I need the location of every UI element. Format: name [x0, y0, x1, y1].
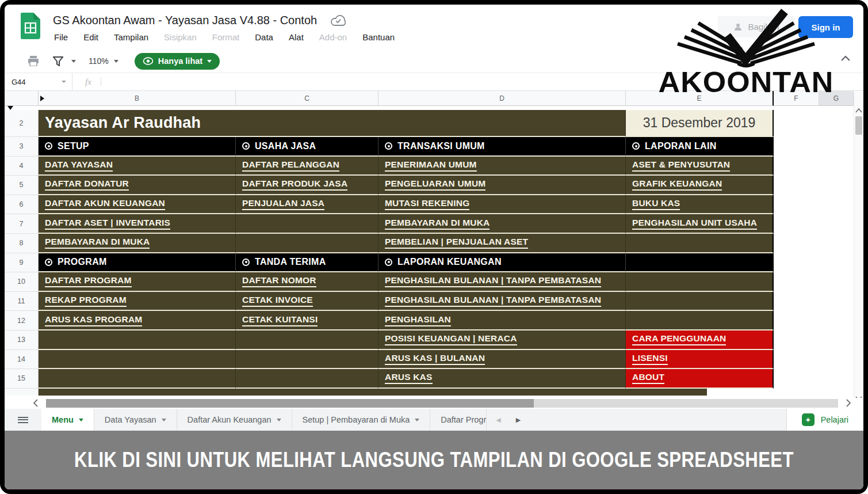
row-header-12[interactable]: 12	[5, 311, 39, 330]
nav-link-cell[interactable]: PENGHASILAN BULANAN | TANPA PEMBATASAN	[378, 292, 626, 311]
cell-link[interactable]: PENGHASILAN	[385, 314, 451, 326]
nav-link-cell[interactable]: PENGHASILAN BULANAN | TANPA PEMBATASAN	[378, 272, 626, 292]
cell-link[interactable]: DATA YAYASAN	[45, 159, 113, 172]
nav-link-cell[interactable]: PEMBAYARAN DI MUKA	[378, 214, 626, 234]
nav-link-cell[interactable]: MUTASI REKENING	[378, 195, 626, 215]
cell-link[interactable]: GRAFIK KEUANGAN	[632, 178, 722, 191]
scroll-right-icon[interactable]	[846, 399, 851, 407]
filter-icon[interactable]	[53, 56, 63, 66]
menu-alat[interactable]: Alat	[289, 32, 304, 42]
column-header-C[interactable]: C	[236, 91, 378, 106]
cell-link[interactable]: MUTASI REKENING	[385, 198, 469, 210]
view-mode-button[interactable]: Hanya lihat	[135, 53, 220, 70]
column-header-E[interactable]: E	[626, 91, 774, 106]
menu-data[interactable]: Data	[255, 32, 273, 42]
row-header-13[interactable]: 13	[5, 330, 39, 350]
cell-link[interactable]: DAFTAR PROGRAM	[45, 275, 132, 287]
all-sheets-button[interactable]	[5, 409, 41, 431]
nav-link-cell[interactable]: BUKU KAS	[626, 195, 774, 215]
cell-link[interactable]: DAFTAR PRODUK JASA	[242, 178, 347, 191]
nav-link-cell[interactable]: DATA YAYASAN	[39, 157, 236, 176]
menu-format[interactable]: Format	[212, 32, 240, 42]
nav-link-cell[interactable]: ABOUT	[626, 369, 774, 389]
nav-link-cell[interactable]: PEMBAYARAN DI MUKA	[39, 234, 236, 253]
cell-link[interactable]: ASET & PENYUSUTAN	[632, 159, 730, 172]
horizontal-scroll-thumb[interactable]	[46, 399, 534, 408]
nav-link-cell[interactable]: DAFTAR ASET | INVENTARIS	[39, 214, 236, 234]
tab-dropdown-icon[interactable]	[277, 419, 281, 421]
cell-link[interactable]: DAFTAR DONATUR	[45, 178, 129, 191]
row-header-7[interactable]: 7	[5, 214, 39, 234]
cell-link[interactable]: DAFTAR ASET | INVENTARIS	[45, 218, 170, 230]
nav-link-cell[interactable]: PEMBELIAN | PENJUALAN ASET	[378, 234, 626, 253]
nav-link-cell[interactable]: ARUS KAS PROGRAM	[39, 311, 236, 330]
tab-dropdown-icon[interactable]	[79, 419, 83, 421]
cell-link[interactable]: ARUS KAS PROGRAM	[45, 314, 142, 326]
nav-link-cell[interactable]: PENJUALAN JASA	[236, 195, 378, 215]
row-header-6[interactable]: 6	[5, 195, 39, 215]
cell-link[interactable]: PENGHASILAN BULANAN | TANPA PEMBATASAN	[385, 295, 601, 307]
row-group-collapse-icon[interactable]	[7, 106, 13, 110]
column-header-F[interactable]: F	[774, 91, 819, 106]
cell-link[interactable]: CETAK INVOICE	[242, 295, 313, 307]
menu-bantuan[interactable]: Bantuan	[362, 32, 395, 42]
tab-dropdown-icon[interactable]	[415, 419, 419, 421]
nav-link-cell[interactable]: ARUS KAS	[378, 369, 626, 389]
filter-dropdown-icon[interactable]	[71, 60, 76, 63]
nav-link-cell[interactable]: DAFTAR PROGRAM	[39, 272, 236, 292]
horizontal-scrollbar[interactable]	[5, 398, 863, 409]
collapse-toolbar-icon[interactable]	[840, 55, 851, 61]
cell-link[interactable]: PEMBELIAN | PENJUALAN ASET	[385, 237, 528, 249]
cell-link[interactable]: ARUS KAS | BULANAN	[385, 353, 485, 365]
column-header-D[interactable]: D	[378, 91, 626, 106]
sheet-tab-menu[interactable]: Menu	[41, 409, 94, 431]
cell-link[interactable]: CARA PENGGUNAAN	[632, 333, 726, 345]
cell-link[interactable]: LISENSI	[632, 353, 668, 365]
nav-link-cell[interactable]: ASET & PENYUSUTAN	[626, 157, 774, 176]
row-header-9[interactable]: 9	[5, 253, 39, 273]
row-header-3[interactable]: 3	[5, 137, 39, 157]
tab-dropdown-icon[interactable]	[162, 419, 166, 421]
row-header-2[interactable]: 2	[5, 110, 39, 137]
vertical-scroll-thumb[interactable]	[855, 116, 862, 135]
menu-file[interactable]: File	[54, 32, 68, 42]
sheet-tab-daftar-progr[interactable]: Daftar Progr	[430, 409, 486, 431]
cell-link[interactable]: PEMBAYARAN DI MUKA	[385, 218, 490, 230]
menu-add-on[interactable]: Add-on	[319, 32, 347, 42]
row-header-8[interactable]: 8	[5, 234, 39, 253]
cell-link[interactable]: DAFTAR NOMOR	[242, 275, 316, 287]
menu-edit[interactable]: Edit	[83, 32, 98, 42]
cell-link[interactable]: PENGHASILAN UNIT USAHA	[632, 218, 757, 230]
nav-link-cell[interactable]: LISENSI	[626, 350, 774, 370]
sheet-tab-data-yayasan[interactable]: Data Yayasan	[94, 409, 177, 431]
cell-link[interactable]: REKAP PROGRAM	[45, 295, 127, 307]
nav-link-cell[interactable]: DAFTAR PELANGGAN	[236, 157, 378, 176]
nav-link-cell[interactable]: REKAP PROGRAM	[39, 292, 236, 311]
cell-link[interactable]: POSISI KEUANGAN | NERACA	[385, 333, 517, 345]
nav-link-cell[interactable]: DAFTAR AKUN KEUANGAN	[39, 195, 236, 215]
row-header-14[interactable]: 14	[5, 350, 39, 370]
google-sheets-logo[interactable]	[21, 13, 40, 39]
sign-in-button[interactable]: Sign in	[798, 16, 853, 38]
sheet-tab-setup-pembayaran-di-muka[interactable]: Setup | Pembayaran di Muka	[292, 409, 431, 431]
cell-link[interactable]: ABOUT	[632, 372, 664, 384]
row-header-11[interactable]: 11	[5, 292, 39, 311]
row-header-15[interactable]: 15	[5, 369, 39, 389]
horizontal-scroll-track[interactable]	[46, 399, 838, 408]
nav-link-cell[interactable]: CETAK INVOICE	[236, 292, 378, 311]
nav-link-cell[interactable]: CETAK KUITANSI	[236, 311, 378, 330]
cell-link[interactable]: DAFTAR PELANGGAN	[242, 159, 339, 172]
cell-link[interactable]: CETAK KUITANSI	[242, 314, 318, 326]
cell-link[interactable]: BUKU KAS	[632, 198, 680, 210]
cell-link[interactable]: PENGHASILAN BULANAN | TANPA PEMBATASAN	[385, 275, 601, 287]
share-button[interactable]: Bagikan	[718, 16, 795, 37]
zoom-select[interactable]: 110%	[89, 56, 118, 66]
document-title[interactable]: GS Akoontan Awam - Yayasan Jasa V4.88 - …	[53, 14, 317, 27]
nav-link-cell[interactable]: GRAFIK KEUANGAN	[626, 176, 774, 195]
nav-link-cell[interactable]: PENGHASILAN UNIT USAHA	[626, 214, 774, 234]
nav-link-cell[interactable]: DAFTAR NOMOR	[236, 272, 378, 292]
next-tabs-icon[interactable]: ▶	[516, 416, 521, 424]
cell-link[interactable]: ARUS KAS	[385, 372, 433, 384]
row-header-5[interactable]: 5	[5, 176, 39, 195]
nav-link-cell[interactable]: DAFTAR PRODUK JASA	[236, 176, 378, 195]
